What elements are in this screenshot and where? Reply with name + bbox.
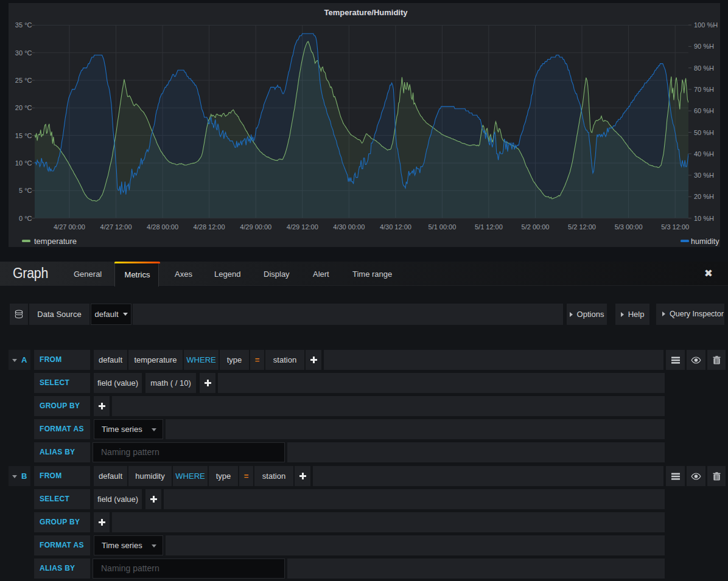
svg-text:4/29 00:00: 4/29 00:00: [240, 223, 271, 231]
svg-text:5/3 00:00: 5/3 00:00: [615, 223, 643, 231]
svg-text:5 °C: 5 °C: [19, 187, 32, 194]
svg-text:50 %H: 50 %H: [694, 129, 714, 136]
svg-text:10 %H: 10 %H: [694, 215, 714, 222]
svg-text:5/3 12:00: 5/3 12:00: [661, 223, 689, 231]
svg-text:4/28 00:00: 4/28 00:00: [147, 223, 178, 231]
svg-text:humidity: humidity: [691, 237, 719, 246]
svg-text:4/27 00:00: 4/27 00:00: [54, 223, 85, 231]
svg-text:4/28 12:00: 4/28 12:00: [194, 223, 225, 231]
svg-text:0 °C: 0 °C: [19, 215, 32, 222]
svg-text:Temperature/Humidity: Temperature/Humidity: [324, 8, 408, 17]
svg-text:70 %H: 70 %H: [694, 86, 714, 93]
svg-text:35 °C: 35 °C: [15, 21, 32, 29]
svg-text:80 %H: 80 %H: [694, 64, 714, 72]
svg-text:90 %H: 90 %H: [694, 43, 714, 50]
svg-text:4/29 12:00: 4/29 12:00: [287, 223, 318, 231]
svg-text:5/1 00:00: 5/1 00:00: [428, 223, 456, 231]
svg-text:60 %H: 60 %H: [694, 107, 714, 114]
svg-text:40 %H: 40 %H: [694, 150, 714, 158]
svg-text:15 °C: 15 °C: [15, 132, 32, 139]
svg-text:100 %H: 100 %H: [694, 21, 718, 29]
svg-text:30 °C: 30 °C: [15, 49, 32, 57]
svg-text:temperature: temperature: [34, 237, 77, 246]
svg-text:10 °C: 10 °C: [15, 159, 32, 167]
svg-text:4/30 12:00: 4/30 12:00: [380, 223, 411, 231]
svg-text:4/30 00:00: 4/30 00:00: [333, 223, 365, 231]
svg-text:20 °C: 20 °C: [15, 104, 32, 111]
svg-text:30 %H: 30 %H: [694, 172, 714, 179]
svg-text:5/1 12:00: 5/1 12:00: [475, 223, 503, 231]
svg-text:4/27 12:00: 4/27 12:00: [100, 223, 132, 231]
svg-text:5/2 12:00: 5/2 12:00: [568, 223, 596, 231]
svg-text:5/2 00:00: 5/2 00:00: [522, 223, 550, 231]
svg-text:25 °C: 25 °C: [15, 77, 32, 84]
svg-text:20 %H: 20 %H: [694, 193, 714, 200]
